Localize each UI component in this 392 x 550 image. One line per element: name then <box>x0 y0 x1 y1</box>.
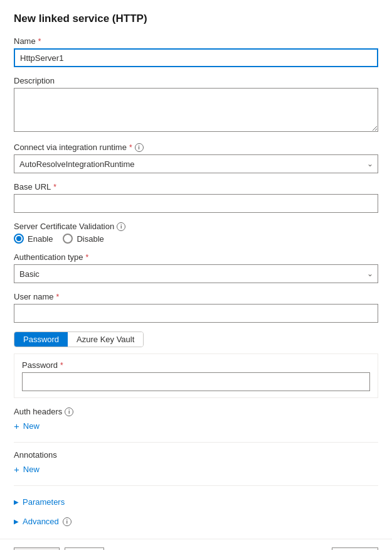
advanced-chevron-icon: ▶ <box>14 518 19 525</box>
advanced-label: Advanced <box>23 517 59 526</box>
auth-type-select[interactable]: Basic <box>14 264 378 283</box>
cancel-button[interactable]: Cancel <box>332 547 378 551</box>
parameters-chevron-icon: ▶ <box>14 499 19 505</box>
add-auth-header-button[interactable]: + New <box>14 419 40 433</box>
cert-disable-circle <box>63 234 73 244</box>
runtime-info-icon[interactable]: i <box>135 143 144 152</box>
auth-headers-label: Auth headers i <box>14 407 378 416</box>
auth-required: * <box>86 253 89 262</box>
advanced-header[interactable]: ▶ Advanced i <box>14 513 378 530</box>
annotations-label: Annotations <box>14 450 378 460</box>
password-input[interactable] <box>22 372 370 391</box>
runtime-select[interactable]: AutoResolveIntegrationRuntime <box>14 154 378 173</box>
password-label: Password * <box>22 360 370 370</box>
runtime-field-group: Connect via integration runtime * i Auto… <box>14 143 378 173</box>
baseurl-required: * <box>53 183 56 191</box>
description-field-group: Description <box>14 76 378 134</box>
username-field-group: User name * <box>14 292 378 323</box>
cert-enable-label: Enable <box>28 234 53 244</box>
footer-bar: Create Back 🔗 Test connection Cancel <box>0 539 392 550</box>
password-required: * <box>60 361 63 370</box>
password-section-group: Password Azure Key Vault Password * <box>14 332 378 398</box>
password-tab[interactable]: Password <box>14 332 68 347</box>
divider-1 <box>14 442 378 443</box>
runtime-required: * <box>129 143 132 152</box>
parameters-header[interactable]: ▶ Parameters <box>14 493 378 510</box>
cert-enable-circle <box>14 234 24 244</box>
baseurl-label: Base URL * <box>14 182 378 191</box>
auth-headers-group: Auth headers i + New <box>14 407 378 433</box>
cert-info-icon[interactable]: i <box>117 222 125 231</box>
cert-enable-dot <box>16 236 21 241</box>
baseurl-field-group: Base URL * <box>14 182 378 213</box>
password-tab-toggle: Password Azure Key Vault <box>14 332 144 347</box>
azure-key-vault-tab[interactable]: Azure Key Vault <box>68 332 143 347</box>
add-auth-header-plus-icon: + <box>14 421 19 431</box>
cert-radio-group: Enable Disable <box>14 234 378 244</box>
auth-type-label: Authentication type * <box>14 252 378 262</box>
add-annotation-button[interactable]: + New <box>14 462 40 477</box>
cert-label: Server Certificate Validation i <box>14 222 378 231</box>
create-button: Create <box>14 547 60 551</box>
parameters-label: Parameters <box>23 497 65 507</box>
runtime-label: Connect via integration runtime * i <box>14 143 378 152</box>
parameters-section: ▶ Parameters <box>14 493 378 510</box>
test-connection-button: 🔗 Test connection <box>236 547 326 551</box>
auth-select-wrapper: Basic ⌄ <box>14 264 378 283</box>
description-label: Description <box>14 76 378 85</box>
auth-type-group: Authentication type * Basic ⌄ <box>14 252 378 283</box>
name-field-group: Name * <box>14 36 378 67</box>
advanced-info-icon[interactable]: i <box>63 517 72 526</box>
name-required: * <box>38 37 41 46</box>
cert-disable-radio[interactable]: Disable <box>63 234 103 244</box>
divider-2 <box>14 485 378 486</box>
cert-enable-radio[interactable]: Enable <box>14 234 53 244</box>
add-annotation-plus-icon: + <box>14 465 19 474</box>
page-title: New linked service (HTTP) <box>14 13 378 25</box>
name-input[interactable] <box>14 48 378 67</box>
cert-validation-group: Server Certificate Validation i Enable D… <box>14 222 378 244</box>
description-input[interactable] <box>14 88 378 132</box>
baseurl-input[interactable] <box>14 194 378 213</box>
cert-disable-label: Disable <box>77 234 103 244</box>
username-label: User name * <box>14 292 378 301</box>
annotations-group: Annotations + New <box>14 450 378 477</box>
password-section: Password * <box>14 353 378 398</box>
back-button[interactable]: Back <box>65 547 104 551</box>
auth-headers-info-icon[interactable]: i <box>65 407 73 416</box>
runtime-select-wrapper: AutoResolveIntegrationRuntime ⌄ <box>14 154 378 173</box>
name-label: Name * <box>14 36 378 46</box>
username-required: * <box>56 293 60 301</box>
username-input[interactable] <box>14 304 378 323</box>
advanced-section: ▶ Advanced i <box>14 513 378 530</box>
